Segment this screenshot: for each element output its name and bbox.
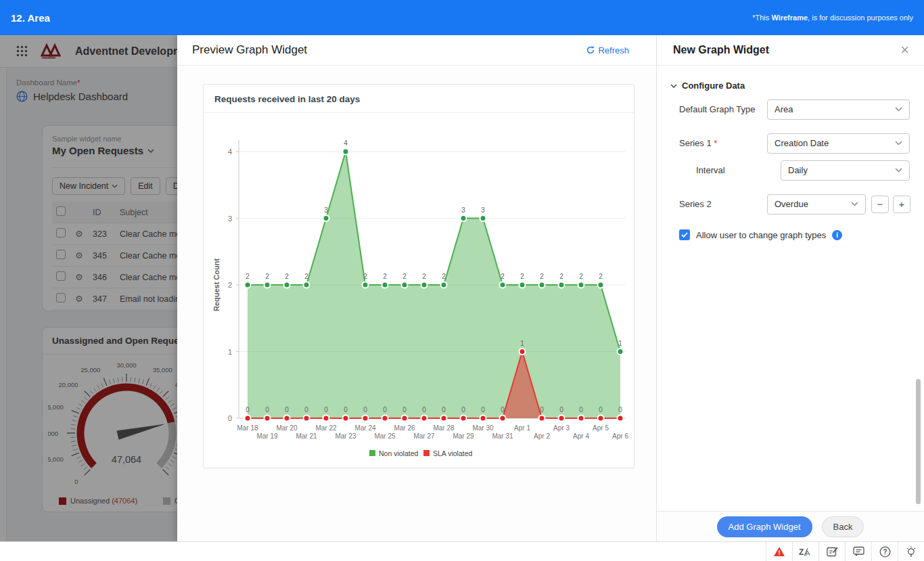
data-point[interactable] — [461, 215, 467, 221]
data-point[interactable] — [421, 282, 428, 288]
compose-icon[interactable] — [818, 542, 845, 561]
svg-text:Mar 31: Mar 31 — [492, 432, 513, 440]
svg-text:Non violated: Non violated — [379, 449, 419, 457]
app-root: 12. Area *This Wireframe, is for discuss… — [0, 0, 924, 561]
data-point[interactable] — [264, 282, 271, 288]
series-2-row: Series 2 Overdue − + — [679, 199, 909, 209]
allow-change-checkbox[interactable] — [679, 229, 690, 240]
svg-text:Mar 20: Mar 20 — [276, 424, 298, 432]
data-point[interactable] — [500, 282, 506, 288]
svg-text:Mar 25: Mar 25 — [374, 432, 396, 440]
configure-data-section-toggle[interactable]: Configure Data — [670, 81, 924, 91]
svg-text:Mar 24: Mar 24 — [354, 424, 376, 432]
panel-title: New Graph Widget — [673, 44, 769, 56]
data-point[interactable] — [519, 349, 526, 355]
svg-text:0: 0 — [461, 406, 465, 413]
data-point[interactable] — [598, 282, 604, 288]
warning-icon[interactable] — [766, 542, 792, 561]
interval-select[interactable]: Daily — [781, 160, 910, 181]
svg-text:2: 2 — [265, 273, 269, 280]
bulb-icon[interactable] — [898, 542, 924, 561]
svg-text:0: 0 — [579, 406, 583, 413]
data-point[interactable] — [618, 349, 624, 355]
data-point[interactable] — [284, 416, 290, 422]
chart-title: Requests received in last 20 days — [204, 85, 634, 113]
svg-text:Apr 3: Apr 3 — [553, 424, 570, 432]
svg-text:1: 1 — [618, 340, 622, 347]
svg-text:0: 0 — [363, 406, 367, 413]
series-2-select[interactable]: Overdue — [767, 194, 866, 215]
data-point[interactable] — [323, 416, 329, 422]
data-point[interactable] — [519, 282, 526, 288]
data-point[interactable] — [382, 416, 388, 422]
svg-text:1: 1 — [520, 340, 524, 347]
chat-icon[interactable] — [845, 542, 871, 561]
data-point[interactable] — [618, 416, 624, 422]
data-point[interactable] — [402, 282, 408, 288]
data-point[interactable] — [539, 416, 545, 422]
add-graph-widget-button[interactable]: Add Graph Widget — [717, 516, 812, 537]
translate-icon[interactable]: ZA — [792, 542, 818, 561]
data-point[interactable] — [363, 282, 369, 288]
svg-text:Apr 2: Apr 2 — [534, 432, 550, 440]
panel-footer: Add Graph Widget Back — [657, 511, 924, 541]
back-button[interactable]: Back — [822, 516, 864, 537]
data-point[interactable] — [578, 416, 584, 422]
svg-text:2: 2 — [402, 273, 407, 280]
refresh-icon — [586, 46, 595, 54]
refresh-button[interactable]: Refresh — [586, 45, 629, 55]
data-point[interactable] — [264, 416, 271, 422]
new-graph-widget-panel: New Graph Widget × Configure Data Defaul… — [656, 35, 924, 541]
chevron-down-icon — [670, 84, 677, 88]
svg-text:Mar 26: Mar 26 — [394, 424, 415, 432]
data-point[interactable] — [402, 416, 408, 422]
svg-text:Mar 18: Mar 18 — [237, 424, 258, 432]
area-chart[interactable]: 01234Request CountMar 18Mar 19Mar 20Mar … — [204, 113, 634, 466]
page-title: 12. Area — [11, 12, 50, 24]
svg-text:2: 2 — [559, 273, 563, 280]
data-point[interactable] — [323, 215, 329, 221]
data-point[interactable] — [441, 282, 447, 288]
data-point[interactable] — [559, 416, 565, 422]
chart-card: Requests received in last 20 days 01234R… — [203, 84, 634, 468]
svg-text:Apr 4: Apr 4 — [573, 432, 589, 440]
data-point[interactable] — [304, 416, 310, 422]
data-point[interactable] — [382, 282, 388, 288]
data-point[interactable] — [304, 282, 310, 288]
close-icon[interactable]: × — [900, 43, 909, 58]
bottom-toolbar: ZA ? — [0, 541, 924, 561]
data-point[interactable] — [480, 416, 486, 422]
remove-series-button[interactable]: − — [871, 196, 889, 213]
data-point[interactable] — [245, 416, 251, 422]
data-point[interactable] — [441, 416, 447, 422]
data-point[interactable] — [284, 282, 290, 288]
svg-text:0: 0 — [383, 406, 387, 413]
help-icon[interactable]: ? — [871, 542, 898, 561]
data-point[interactable] — [500, 416, 506, 422]
data-point[interactable] — [578, 282, 584, 288]
wireframe-disclaimer: *This Wireframe, is for discussion purpo… — [752, 14, 913, 22]
svg-text:?: ? — [883, 548, 887, 556]
data-point[interactable] — [598, 416, 604, 422]
data-point[interactable] — [480, 215, 486, 221]
svg-text:2: 2 — [599, 273, 603, 280]
default-graph-type-select[interactable]: Area — [767, 99, 910, 120]
info-icon[interactable]: i — [832, 230, 842, 240]
svg-text:2: 2 — [422, 273, 426, 280]
svg-text:0: 0 — [501, 406, 505, 413]
data-point[interactable] — [559, 282, 565, 288]
svg-text:3: 3 — [324, 206, 328, 214]
data-point[interactable] — [421, 416, 428, 422]
data-point[interactable] — [461, 416, 467, 422]
data-point[interactable] — [539, 282, 545, 288]
data-point[interactable] — [343, 416, 349, 422]
data-point[interactable] — [245, 282, 251, 288]
preview-graph-widget-panel: Preview Graph Widget Refresh Requests re… — [177, 35, 656, 541]
series-1-select[interactable]: Creation Date — [767, 133, 910, 154]
svg-text:0: 0 — [599, 406, 603, 413]
panel-scrollbar[interactable] — [916, 379, 921, 504]
data-point[interactable] — [363, 416, 369, 422]
panel-header: New Graph Widget × — [657, 35, 924, 66]
data-point[interactable] — [343, 149, 349, 155]
add-series-button[interactable]: + — [893, 196, 910, 213]
